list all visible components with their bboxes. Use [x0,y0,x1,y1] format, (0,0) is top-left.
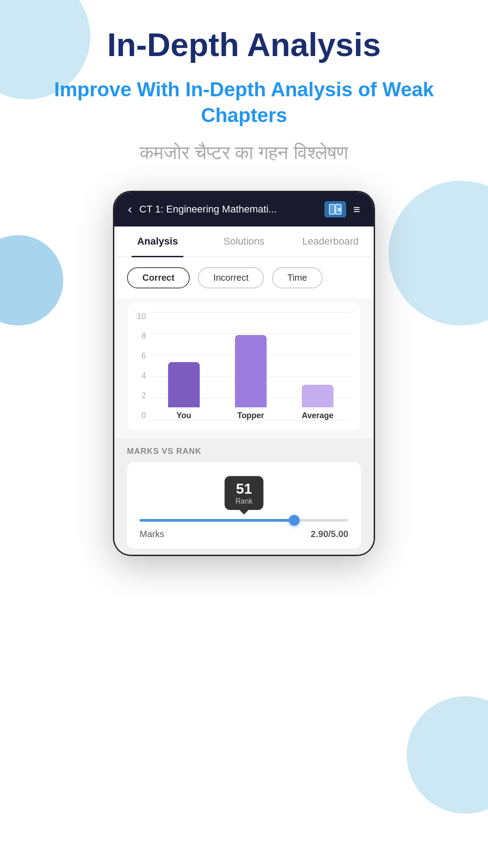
phone-topbar: ‹ CT 1: Engineering Mathemati... अ ≡ [114,192,374,226]
y-label-8: 8 [137,331,146,341]
bar-average [302,385,333,407]
rank-number: 51 [235,481,252,497]
y-label-2: 2 [137,391,146,401]
marks-rank-title: MARKS VS RANK [127,447,361,456]
svg-rect-0 [329,204,335,214]
bar-you [168,362,200,407]
tab-solutions[interactable]: Solutions [201,226,287,256]
bar-label-average: Average [302,411,333,420]
slider-thumb [289,515,300,526]
marks-label: Marks [140,529,164,539]
filter-correct[interactable]: Correct [127,267,190,288]
grid-line-1 [150,312,351,312]
grid-line-2 [150,333,351,334]
chart-area: 10 8 6 4 2 0 [114,298,374,439]
main-title: In-Depth Analysis [107,27,380,63]
phone-mockup: ‹ CT 1: Engineering Mathemati... अ ≡ Ana… [113,191,375,556]
tab-analysis[interactable]: Analysis [114,226,201,256]
rank-label-text: Rank [235,497,252,505]
bar-group-topper: Topper [235,335,267,420]
bars-row: You Topper Average [150,335,351,420]
bar-label-topper: Topper [237,411,264,420]
slider-container[interactable] [140,519,348,522]
chart-grid: 10 8 6 4 2 0 [137,312,351,420]
phone-screen-title: CT 1: Engineering Mathemati... [139,203,317,215]
y-label-6: 6 [137,351,146,361]
svg-text:अ: अ [337,207,342,213]
bar-group-average: Average [302,385,333,420]
tabs-container: Analysis Solutions Leaderboard [114,226,374,257]
filter-incorrect[interactable]: Incorrect [198,267,264,288]
rank-badge: 51 Rank [225,476,263,510]
marks-info-row: Marks 2.90/5.00 [140,529,348,539]
bar-label-you: You [177,411,192,420]
chart-inner: 10 8 6 4 2 0 [128,303,360,429]
bg-decoration-bottom-right [407,696,488,814]
back-button[interactable]: ‹ [128,202,132,217]
bars-container: You Topper Average [150,312,351,420]
slider-track [140,519,348,522]
y-label-4: 4 [137,371,146,381]
y-label-10: 10 [137,312,146,321]
y-axis: 10 8 6 4 2 0 [137,312,146,420]
bar-topper [235,335,267,407]
filter-time[interactable]: Time [272,267,323,288]
tab-leaderboard[interactable]: Leaderboard [287,226,374,256]
sub-title: Improve With In-Depth Analysis of Weak C… [0,76,488,128]
marks-rank-section: MARKS VS RANK 51 Rank Marks [114,439,374,555]
y-label-0: 0 [137,411,146,420]
menu-icon[interactable]: ≡ [353,203,360,215]
bar-group-you: You [168,362,200,420]
book-icon: अ [324,201,346,217]
marks-card: 51 Rank Marks 2.90/5.00 [127,462,361,548]
hindi-subtitle: कमजोर चैप्टर का गहन विश्लेषण [140,142,348,164]
filter-buttons-container: Correct Incorrect Time [114,257,374,298]
marks-value: 2.90/5.00 [311,529,348,539]
rank-badge-container: 51 Rank [140,476,348,510]
